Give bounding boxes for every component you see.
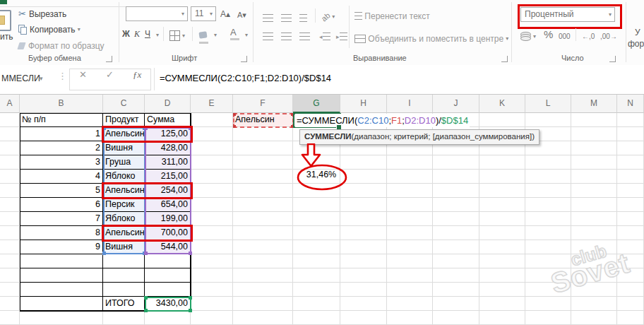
cell-A12[interactable] — [0, 268, 20, 283]
cell-F11[interactable] — [233, 254, 293, 268]
chevron-down-icon[interactable]: ▾ — [214, 32, 217, 38]
cell-I13[interactable] — [387, 283, 433, 297]
chevron-down-icon[interactable]: ▾ — [245, 32, 248, 38]
cell-I4[interactable] — [387, 155, 433, 170]
cell-G12[interactable] — [293, 268, 340, 283]
alignment-dialog-launcher-icon[interactable] — [501, 56, 508, 62]
cell-M14[interactable] — [571, 297, 617, 311]
cell-M6[interactable] — [571, 184, 617, 198]
increase-indent-button[interactable]: ▸ — [336, 30, 347, 42]
cell-E1[interactable] — [191, 113, 233, 127]
cell-C8[interactable]: Яблоко — [103, 212, 145, 226]
cell-A7[interactable] — [0, 198, 20, 212]
cell-G11[interactable] — [293, 254, 340, 268]
cell-L13[interactable] — [525, 283, 571, 297]
name-box[interactable]: ММЕСЛИ — [1, 73, 40, 83]
cell-I11[interactable] — [387, 254, 433, 268]
cell-G6[interactable] — [293, 184, 340, 198]
cell-L11[interactable] — [525, 254, 571, 268]
cell-J5[interactable] — [433, 170, 479, 184]
cell-N8[interactable] — [617, 212, 644, 226]
cell-L4[interactable] — [525, 155, 571, 170]
cell-F8[interactable] — [233, 212, 293, 226]
cell-C10[interactable]: Вишня — [103, 240, 145, 254]
cell-F5[interactable] — [233, 170, 293, 184]
align-bottom-button[interactable] — [299, 11, 307, 24]
cell-F12[interactable] — [233, 268, 293, 283]
cell-B10[interactable]: 9 — [20, 240, 103, 254]
font-size-combo[interactable]: 11 ▾ — [191, 6, 216, 21]
cell-E8[interactable] — [191, 212, 233, 226]
cell-M10[interactable] — [571, 240, 617, 254]
cell-J4[interactable] — [433, 155, 479, 170]
cell-N7[interactable] — [617, 198, 644, 212]
cell-K11[interactable] — [479, 254, 525, 268]
cell-E9[interactable] — [191, 226, 233, 240]
column-header-D[interactable]: D — [145, 95, 191, 113]
formula-input[interactable]: =СУММЕСЛИ(C2:C10;F1;D2:D10)/$D$14 — [160, 73, 331, 83]
cell-D10[interactable]: 544,00 — [145, 240, 191, 254]
cell-K15[interactable] — [479, 311, 525, 325]
font-dialog-launcher-icon[interactable] — [241, 56, 247, 62]
cell-N4[interactable] — [617, 155, 644, 170]
cell-I5[interactable] — [387, 170, 433, 184]
cell-A4[interactable] — [0, 155, 20, 170]
column-header-E[interactable]: E — [191, 95, 233, 113]
cell-H14[interactable] — [340, 297, 387, 311]
cell-J15[interactable] — [433, 311, 479, 325]
cell-D7[interactable]: 654,00 — [145, 198, 191, 212]
cell-D15[interactable] — [145, 311, 191, 325]
conditional-formatting-partial[interactable]: У — [635, 27, 640, 38]
cell-N9[interactable] — [617, 226, 644, 240]
shrink-font-button[interactable]: A▾ — [237, 9, 246, 20]
cell-F14[interactable] — [233, 297, 293, 311]
cell-A3[interactable] — [0, 141, 20, 155]
cell-B7[interactable]: 6 — [20, 198, 103, 212]
enter-button[interactable]: ✓ — [106, 69, 114, 80]
wrap-text-button[interactable]: Перенести текст — [354, 10, 430, 22]
cell-L10[interactable] — [525, 240, 571, 254]
cell-K13[interactable] — [479, 283, 525, 297]
cell-N6[interactable] — [617, 184, 644, 198]
cell-A10[interactable] — [0, 240, 20, 254]
column-header-H[interactable]: H — [340, 95, 387, 113]
decrease-indent-button[interactable]: ◂ — [319, 30, 330, 42]
cell-K4[interactable] — [479, 155, 525, 170]
cell-C3[interactable]: Вишня — [103, 141, 145, 155]
cell-C9[interactable]: Апельсин — [103, 226, 145, 240]
cell-D6[interactable]: 254,00 — [145, 184, 191, 198]
cell-B14[interactable] — [20, 297, 103, 311]
cell-G14[interactable] — [293, 297, 340, 311]
cell-N14[interactable] — [617, 297, 644, 311]
cell-J11[interactable] — [433, 254, 479, 268]
fill-color-button[interactable] — [199, 28, 208, 44]
cell-B8[interactable]: 7 — [20, 212, 103, 226]
cell-L14[interactable] — [525, 297, 571, 311]
cell-G7[interactable] — [293, 198, 340, 212]
comma-style-button[interactable]: 000 — [559, 31, 571, 42]
clipboard-dialog-launcher-icon[interactable] — [106, 56, 112, 62]
cell-H8[interactable] — [340, 212, 387, 226]
cell-J14[interactable] — [433, 297, 479, 311]
cell-F3[interactable] — [233, 141, 293, 155]
cell-I6[interactable] — [387, 184, 433, 198]
bold-button[interactable]: Ж — [122, 28, 130, 40]
cell-N5[interactable] — [617, 170, 644, 184]
cell-D3[interactable]: 428,00 — [145, 141, 191, 155]
column-header-A[interactable]: A — [0, 95, 20, 113]
cell-M9[interactable] — [571, 226, 617, 240]
decrease-decimal-button[interactable]: ,00→ — [600, 31, 617, 42]
cell-C4[interactable]: Груша — [103, 155, 145, 170]
cancel-button[interactable]: ✕ — [79, 69, 87, 80]
cell-D13[interactable] — [145, 283, 191, 297]
cell-E2[interactable] — [191, 127, 233, 141]
cell-N1[interactable] — [617, 113, 644, 127]
cell-M7[interactable] — [571, 198, 617, 212]
cell-I14[interactable] — [387, 297, 433, 311]
cell-J12[interactable] — [433, 268, 479, 283]
cell-F10[interactable] — [233, 240, 293, 254]
cell-M5[interactable] — [571, 170, 617, 184]
cell-M2[interactable] — [571, 127, 617, 141]
cell-K5[interactable] — [479, 170, 525, 184]
cell-N2[interactable] — [617, 127, 644, 141]
